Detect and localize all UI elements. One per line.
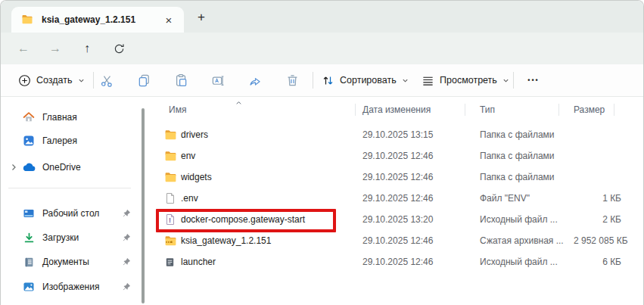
view-button[interactable]: Просмотреть	[415, 68, 515, 92]
navigation-bar: ← → ↑ … Roaming ksia-desktop ksia ksia_g…	[1, 33, 643, 64]
pin-icon	[119, 282, 134, 291]
sidebar-item-label: Изображения	[42, 282, 119, 292]
back-icon[interactable]: ←	[11, 36, 36, 61]
explorer-tab[interactable]: ksia_gateway_1.2.151 ×	[11, 7, 184, 33]
file-date: 29.10.2025 12:46	[355, 172, 472, 182]
file-row[interactable]: env 29.10.2025 12:46 Папка с файлами	[152, 145, 630, 167]
file-size: 1 КБ	[566, 193, 621, 204]
folder-icon	[164, 171, 181, 184]
close-tab-icon[interactable]: ×	[160, 11, 178, 29]
gallery-icon	[22, 135, 36, 147]
new-button[interactable]: Создать	[11, 68, 92, 92]
sort-button[interactable]: Сортировать	[316, 68, 415, 92]
paste-button[interactable]	[166, 68, 195, 92]
view-lines-icon	[422, 74, 434, 87]
file-size: 2 952 085 КБ	[566, 235, 628, 246]
sidebar-item-label: Главная	[42, 112, 135, 123]
desktop-icon	[22, 207, 36, 219]
sidebar-item-label: Документы	[42, 257, 119, 267]
file-row[interactable]: .env 29.10.2025 12:46 Файл "ENV" 1 КБ	[152, 188, 630, 209]
column-header-name[interactable]: Имя	[152, 104, 355, 115]
chevron-down-icon	[78, 77, 85, 84]
column-header-type[interactable]: Тип	[472, 104, 566, 115]
column-headers: Имя Дата изменения Тип Размер	[152, 101, 630, 119]
sidebar-item-home[interactable]: Главная	[5, 106, 135, 129]
file-explorer-window: ksia_gateway_1.2.151 × + ← → ↑ … Roaming…	[0, 0, 644, 305]
file-date: 29.10.2025 12:46	[355, 257, 472, 267]
documents-icon	[22, 257, 36, 268]
delete-button[interactable]	[278, 68, 306, 92]
view-button-label: Просмотреть	[440, 75, 497, 86]
sidebar-item-label: Загрузки	[42, 232, 119, 243]
annotation-highlight-rectangle	[156, 209, 336, 232]
file-row[interactable]: launcher 29.10.2025 12:46 Исходный файл …	[152, 251, 630, 272]
more-options-icon[interactable]: •••	[520, 68, 547, 92]
share-button[interactable]	[241, 68, 269, 92]
home-icon	[22, 111, 36, 123]
sort-arrows-icon	[322, 74, 334, 87]
cut-button[interactable]	[92, 68, 121, 92]
blank-file-icon	[164, 192, 181, 204]
pin-icon	[119, 233, 134, 242]
refresh-icon[interactable]	[106, 36, 132, 61]
file-date: 29.10.2025 13:15	[355, 129, 472, 140]
file-name: widgets	[181, 172, 355, 182]
share-icon	[248, 73, 263, 88]
up-icon[interactable]: ↑	[74, 36, 100, 61]
tab-bar: ksia_gateway_1.2.151 × +	[1, 1, 643, 33]
file-row[interactable]: widgets 29.10.2025 12:46 Папка с файлами	[152, 167, 630, 188]
folder-icon	[20, 14, 34, 26]
column-divider[interactable]	[465, 104, 465, 116]
file-date: 29.10.2025 12:46	[355, 235, 472, 246]
sidebar-item-label: Рабочий стол	[42, 208, 119, 219]
rename-icon	[211, 73, 226, 88]
file-name: ksia_gateway_1.2.151	[181, 235, 355, 246]
file-size: 2 КБ	[566, 214, 621, 225]
file-type: Исходный файл ...	[472, 257, 566, 267]
column-divider[interactable]	[614, 104, 614, 116]
sidebar-item-gallery[interactable]: Галерея	[5, 129, 135, 152]
tab-title: ksia_gateway_1.2.151	[42, 14, 160, 25]
chevron-down-icon	[402, 77, 409, 84]
sidebar-item-desktop[interactable]: Рабочий стол	[5, 202, 135, 225]
rename-button[interactable]	[204, 68, 232, 92]
file-type: Папка с файлами	[472, 151, 566, 161]
trash-icon	[285, 73, 300, 88]
sort-ascending-icon	[235, 98, 242, 108]
sidebar: Главная Галерея OneDrive Рабочий стол	[1, 97, 145, 305]
scissors-icon	[100, 73, 114, 88]
new-button-label: Создать	[36, 75, 73, 86]
sidebar-item-label: Галерея	[42, 135, 135, 146]
file-row[interactable]: ksia_gateway_1.2.151 29.10.2025 12:46 Сж…	[152, 230, 630, 251]
file-type: Исходный файл ...	[472, 214, 566, 225]
file-name: launcher	[181, 257, 355, 267]
sidebar-scrollbar[interactable]	[142, 108, 145, 303]
file-type: Папка с файлами	[472, 129, 566, 140]
file-type: Файл "ENV"	[472, 193, 566, 204]
file-size: 6 КБ	[566, 257, 621, 267]
column-header-date[interactable]: Дата изменения	[355, 104, 472, 115]
new-tab-button[interactable]: +	[191, 8, 211, 27]
copy-button[interactable]	[129, 68, 158, 92]
plus-circle-icon	[18, 74, 31, 87]
forward-icon[interactable]: →	[42, 36, 68, 61]
sidebar-divider	[8, 188, 131, 188]
sidebar-item-onedrive[interactable]: OneDrive	[5, 156, 135, 179]
sidebar-item-downloads[interactable]: Загрузки	[5, 226, 135, 249]
file-row[interactable]: drivers 29.10.2025 13:15 Папка с файлами	[152, 124, 630, 145]
pin-icon	[119, 209, 134, 218]
file-list: Имя Дата изменения Тип Размер drivers 29…	[152, 97, 643, 305]
pictures-icon	[22, 281, 36, 293]
column-divider[interactable]	[558, 104, 559, 116]
command-toolbar: Создать Сортировать	[1, 64, 643, 97]
file-type: Сжатая архивная ...	[472, 235, 566, 246]
folder-icon	[164, 150, 181, 163]
sidebar-item-documents[interactable]: Документы	[5, 251, 135, 273]
sidebar-item-pictures[interactable]: Изображения	[5, 275, 135, 298]
toolbar-divider	[313, 72, 313, 89]
column-divider[interactable]	[355, 104, 356, 116]
file-type: Папка с файлами	[472, 172, 566, 182]
file-date: 29.10.2025 13:20	[355, 214, 472, 225]
expand-chevron-icon[interactable]	[5, 163, 22, 171]
downloads-icon	[22, 232, 36, 244]
